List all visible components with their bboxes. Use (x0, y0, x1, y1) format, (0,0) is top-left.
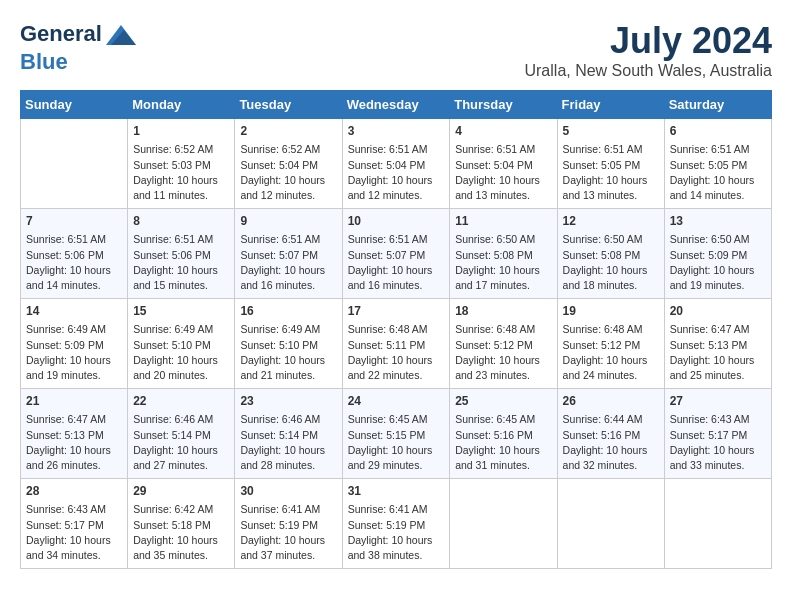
daylight-text: Daylight: 10 hours and 12 minutes. (240, 173, 336, 203)
sunset-text: Sunset: 5:08 PM (563, 248, 659, 263)
col-friday: Friday (557, 91, 664, 119)
day-number: 3 (348, 123, 445, 140)
sunset-text: Sunset: 5:16 PM (563, 428, 659, 443)
sunrise-text: Sunrise: 6:47 AM (670, 322, 766, 337)
daylight-text: Daylight: 10 hours and 16 minutes. (240, 263, 336, 293)
day-number: 1 (133, 123, 229, 140)
col-saturday: Saturday (664, 91, 771, 119)
calendar-cell: 30Sunrise: 6:41 AMSunset: 5:19 PMDayligh… (235, 479, 342, 569)
daylight-text: Daylight: 10 hours and 18 minutes. (563, 263, 659, 293)
sunrise-text: Sunrise: 6:49 AM (133, 322, 229, 337)
sunrise-text: Sunrise: 6:49 AM (240, 322, 336, 337)
calendar-cell: 28Sunrise: 6:43 AMSunset: 5:17 PMDayligh… (21, 479, 128, 569)
col-monday: Monday (128, 91, 235, 119)
daylight-text: Daylight: 10 hours and 22 minutes. (348, 353, 445, 383)
sunrise-text: Sunrise: 6:51 AM (348, 232, 445, 247)
calendar-cell: 3Sunrise: 6:51 AMSunset: 5:04 PMDaylight… (342, 119, 450, 209)
sunset-text: Sunset: 5:09 PM (26, 338, 122, 353)
calendar-cell: 8Sunrise: 6:51 AMSunset: 5:06 PMDaylight… (128, 209, 235, 299)
calendar-cell: 11Sunrise: 6:50 AMSunset: 5:08 PMDayligh… (450, 209, 557, 299)
sunset-text: Sunset: 5:10 PM (133, 338, 229, 353)
day-number: 7 (26, 213, 122, 230)
sunset-text: Sunset: 5:17 PM (26, 518, 122, 533)
sunset-text: Sunset: 5:15 PM (348, 428, 445, 443)
calendar-cell: 18Sunrise: 6:48 AMSunset: 5:12 PMDayligh… (450, 299, 557, 389)
day-number: 26 (563, 393, 659, 410)
daylight-text: Daylight: 10 hours and 33 minutes. (670, 443, 766, 473)
col-wednesday: Wednesday (342, 91, 450, 119)
sunrise-text: Sunrise: 6:50 AM (563, 232, 659, 247)
calendar-cell: 31Sunrise: 6:41 AMSunset: 5:19 PMDayligh… (342, 479, 450, 569)
sunrise-text: Sunrise: 6:48 AM (348, 322, 445, 337)
daylight-text: Daylight: 10 hours and 20 minutes. (133, 353, 229, 383)
daylight-text: Daylight: 10 hours and 34 minutes. (26, 533, 122, 563)
day-number: 8 (133, 213, 229, 230)
daylight-text: Daylight: 10 hours and 27 minutes. (133, 443, 229, 473)
sunset-text: Sunset: 5:14 PM (240, 428, 336, 443)
sunrise-text: Sunrise: 6:44 AM (563, 412, 659, 427)
col-sunday: Sunday (21, 91, 128, 119)
daylight-text: Daylight: 10 hours and 25 minutes. (670, 353, 766, 383)
day-number: 15 (133, 303, 229, 320)
sunrise-text: Sunrise: 6:50 AM (670, 232, 766, 247)
daylight-text: Daylight: 10 hours and 21 minutes. (240, 353, 336, 383)
day-number: 27 (670, 393, 766, 410)
calendar-cell (664, 479, 771, 569)
logo: General Blue (20, 20, 136, 74)
title-block: July 2024 Uralla, New South Wales, Austr… (524, 20, 772, 80)
calendar-cell: 9Sunrise: 6:51 AMSunset: 5:07 PMDaylight… (235, 209, 342, 299)
sunset-text: Sunset: 5:10 PM (240, 338, 336, 353)
calendar-cell: 16Sunrise: 6:49 AMSunset: 5:10 PMDayligh… (235, 299, 342, 389)
calendar-cell: 4Sunrise: 6:51 AMSunset: 5:04 PMDaylight… (450, 119, 557, 209)
sunrise-text: Sunrise: 6:51 AM (455, 142, 551, 157)
calendar-cell: 19Sunrise: 6:48 AMSunset: 5:12 PMDayligh… (557, 299, 664, 389)
day-number: 6 (670, 123, 766, 140)
day-number: 16 (240, 303, 336, 320)
calendar-cell: 27Sunrise: 6:43 AMSunset: 5:17 PMDayligh… (664, 389, 771, 479)
calendar-cell: 29Sunrise: 6:42 AMSunset: 5:18 PMDayligh… (128, 479, 235, 569)
sunrise-text: Sunrise: 6:51 AM (563, 142, 659, 157)
sunset-text: Sunset: 5:04 PM (240, 158, 336, 173)
daylight-text: Daylight: 10 hours and 17 minutes. (455, 263, 551, 293)
sunset-text: Sunset: 5:07 PM (348, 248, 445, 263)
calendar-week-row: 1Sunrise: 6:52 AMSunset: 5:03 PMDaylight… (21, 119, 772, 209)
sunrise-text: Sunrise: 6:48 AM (563, 322, 659, 337)
daylight-text: Daylight: 10 hours and 32 minutes. (563, 443, 659, 473)
day-number: 21 (26, 393, 122, 410)
sunset-text: Sunset: 5:05 PM (563, 158, 659, 173)
calendar-week-row: 21Sunrise: 6:47 AMSunset: 5:13 PMDayligh… (21, 389, 772, 479)
sunset-text: Sunset: 5:13 PM (26, 428, 122, 443)
calendar-cell: 14Sunrise: 6:49 AMSunset: 5:09 PMDayligh… (21, 299, 128, 389)
day-number: 5 (563, 123, 659, 140)
sunrise-text: Sunrise: 6:45 AM (455, 412, 551, 427)
sunset-text: Sunset: 5:12 PM (563, 338, 659, 353)
calendar-cell: 6Sunrise: 6:51 AMSunset: 5:05 PMDaylight… (664, 119, 771, 209)
day-number: 13 (670, 213, 766, 230)
sunset-text: Sunset: 5:03 PM (133, 158, 229, 173)
location: Uralla, New South Wales, Australia (524, 62, 772, 80)
calendar-cell: 25Sunrise: 6:45 AMSunset: 5:16 PMDayligh… (450, 389, 557, 479)
calendar-cell: 1Sunrise: 6:52 AMSunset: 5:03 PMDaylight… (128, 119, 235, 209)
sunrise-text: Sunrise: 6:50 AM (455, 232, 551, 247)
daylight-text: Daylight: 10 hours and 13 minutes. (455, 173, 551, 203)
day-number: 12 (563, 213, 659, 230)
calendar-cell: 23Sunrise: 6:46 AMSunset: 5:14 PMDayligh… (235, 389, 342, 479)
sunset-text: Sunset: 5:06 PM (26, 248, 122, 263)
sunset-text: Sunset: 5:18 PM (133, 518, 229, 533)
calendar-cell: 12Sunrise: 6:50 AMSunset: 5:08 PMDayligh… (557, 209, 664, 299)
daylight-text: Daylight: 10 hours and 35 minutes. (133, 533, 229, 563)
sunrise-text: Sunrise: 6:43 AM (670, 412, 766, 427)
daylight-text: Daylight: 10 hours and 28 minutes. (240, 443, 336, 473)
sunset-text: Sunset: 5:14 PM (133, 428, 229, 443)
daylight-text: Daylight: 10 hours and 23 minutes. (455, 353, 551, 383)
calendar-cell: 5Sunrise: 6:51 AMSunset: 5:05 PMDaylight… (557, 119, 664, 209)
daylight-text: Daylight: 10 hours and 19 minutes. (26, 353, 122, 383)
day-number: 23 (240, 393, 336, 410)
daylight-text: Daylight: 10 hours and 37 minutes. (240, 533, 336, 563)
calendar-cell: 10Sunrise: 6:51 AMSunset: 5:07 PMDayligh… (342, 209, 450, 299)
calendar-week-row: 28Sunrise: 6:43 AMSunset: 5:17 PMDayligh… (21, 479, 772, 569)
calendar-table: Sunday Monday Tuesday Wednesday Thursday… (20, 90, 772, 569)
sunset-text: Sunset: 5:04 PM (348, 158, 445, 173)
daylight-text: Daylight: 10 hours and 11 minutes. (133, 173, 229, 203)
sunrise-text: Sunrise: 6:51 AM (240, 232, 336, 247)
